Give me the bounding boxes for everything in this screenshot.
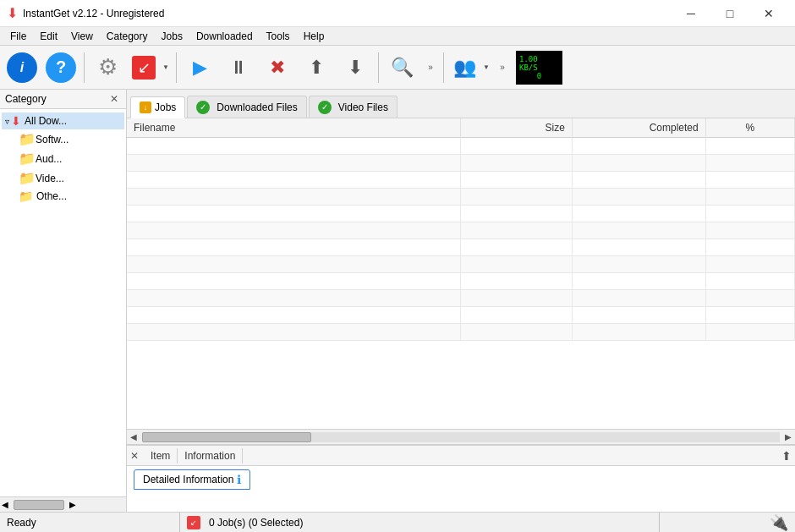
move-down-button[interactable]: ⬇	[337, 49, 374, 86]
video-label: Vide...	[36, 173, 64, 184]
sidebar-header: Category ✕	[0, 90, 126, 109]
close-button[interactable]: ✕	[749, 0, 788, 27]
detail-close-button[interactable]: ✕	[130, 450, 139, 462]
tab-video-icon: ✓	[318, 101, 332, 114]
sidebar-scroll-left[interactable]: ◀	[0, 500, 10, 509]
separator-1	[84, 52, 85, 83]
tab-video-label: Video Files	[338, 101, 388, 113]
software-label: Softw...	[36, 134, 69, 145]
sidebar-scroll-right[interactable]: ▶	[68, 500, 78, 509]
col-header-size[interactable]: Size	[461, 118, 573, 138]
add-download-icon: ↙	[132, 56, 156, 80]
move-down-icon: ⬇	[348, 57, 363, 79]
table-body	[127, 138, 795, 341]
tab-downloaded-icon: ✓	[196, 101, 210, 114]
table-row	[127, 172, 795, 189]
sidebar-scroll-thumb[interactable]	[14, 500, 64, 510]
sidebar-item-all[interactable]: ▿ ⬇ All Dow...	[2, 112, 124, 129]
tab-downloaded-files[interactable]: ✓ Downloaded Files	[187, 96, 306, 118]
add-download-arrow: ↙	[138, 60, 151, 75]
menu-help[interactable]: Help	[297, 29, 332, 44]
dropdown-arrow-icon: ▼	[162, 63, 169, 71]
speed-indicator: 1.00 KB/S 0	[516, 51, 562, 85]
jobs-data-table: Filename Size Completed %	[127, 118, 795, 341]
sidebar: Category ✕ ▿ ⬇ All Dow... 📁 Softw... 📁 A…	[0, 90, 127, 512]
tab-downloaded-label: Downloaded Files	[217, 101, 297, 113]
menu-edit[interactable]: Edit	[33, 29, 64, 44]
detail-info-tab[interactable]: Detailed Information ℹ	[134, 469, 250, 490]
sidebar-close-button[interactable]: ✕	[107, 92, 121, 106]
col-header-filename[interactable]: Filename	[127, 118, 461, 138]
detail-columns: Item Information	[144, 448, 781, 463]
other-label: Othe...	[36, 190, 67, 202]
start-button[interactable]: ▶	[181, 49, 218, 86]
h-scroll-thumb[interactable]	[142, 432, 311, 442]
app-icon: ⬇	[7, 5, 18, 21]
speed-secondary: 0	[537, 72, 541, 80]
table-row	[127, 206, 795, 222]
h-scroll-track[interactable]	[142, 432, 780, 442]
maximize-button[interactable]: □	[710, 0, 749, 27]
more-button-1[interactable]: »	[422, 49, 439, 86]
menu-jobs[interactable]: Jobs	[155, 29, 189, 44]
speed-value: 1.00 KB/S	[519, 55, 559, 72]
table-row	[127, 324, 795, 341]
settings-button[interactable]: ⚙	[89, 49, 126, 86]
table-row	[127, 222, 795, 239]
delete-button[interactable]: ✖	[259, 49, 296, 86]
sidebar-item-video[interactable]: 📁 Vide...	[15, 168, 124, 188]
menu-category[interactable]: Category	[100, 29, 155, 44]
title-controls: ─ □ ✕	[672, 0, 788, 27]
detail-expand-button[interactable]: ⬆	[781, 449, 792, 463]
title-bar-left: ⬇ InstantGet v2.12 - Unregistered	[7, 5, 164, 21]
software-folder-icon: 📁	[19, 131, 36, 147]
horizontal-scrollbar[interactable]: ◀ ▶	[127, 429, 795, 444]
info-button[interactable]: i	[3, 49, 41, 86]
tab-video-files[interactable]: ✓ Video Files	[309, 96, 398, 118]
sidebar-tree: ▿ ⬇ All Dow... 📁 Softw... 📁 Aud... 📁 Vid…	[0, 109, 126, 496]
video-folder-icon: 📁	[19, 170, 36, 186]
table-row	[127, 256, 795, 273]
more-1-icon: »	[428, 63, 433, 72]
menu-view[interactable]: View	[64, 29, 100, 44]
sidebar-item-other[interactable]: 📁 Othe...	[15, 188, 124, 205]
settings-icon: ⚙	[98, 54, 118, 80]
detail-col-item: Item	[144, 448, 178, 463]
sidebar-scrollbar[interactable]: ◀ ▶	[0, 496, 126, 512]
h-scroll-left-button[interactable]: ◀	[127, 432, 140, 442]
search-button[interactable]: 🔍	[383, 49, 420, 86]
table-row	[127, 239, 795, 256]
sidebar-item-software[interactable]: 📁 Softw...	[15, 129, 124, 149]
tab-jobs-label: Jobs	[155, 101, 176, 113]
menu-file[interactable]: File	[3, 29, 33, 44]
menu-tools[interactable]: Tools	[260, 29, 297, 44]
status-right-section: 🔌	[660, 513, 795, 532]
tab-jobs[interactable]: ↓ Jobs	[130, 96, 185, 118]
col-header-completed[interactable]: Completed	[572, 118, 705, 138]
tree-expand-icon[interactable]: ▿	[5, 117, 9, 126]
add-download-group: ↙ ▼	[128, 49, 172, 86]
status-jobs-text: 0 Job(s) (0 Selected)	[209, 517, 303, 529]
scheduler-dropdown[interactable]: ▼	[480, 49, 492, 86]
title-bar: ⬇ InstantGet v2.12 - Unregistered ─ □ ✕	[0, 0, 795, 27]
minimize-button[interactable]: ─	[672, 0, 710, 27]
col-header-percent[interactable]: %	[705, 118, 794, 138]
sidebar-item-audio[interactable]: 📁 Aud...	[15, 149, 124, 168]
separator-3	[378, 52, 379, 83]
pause-button[interactable]: ⏸	[220, 49, 257, 86]
all-downloads-icon: ⬇	[11, 114, 21, 128]
help-button[interactable]: ?	[42, 49, 80, 86]
menu-downloaded[interactable]: Downloaded	[189, 29, 260, 44]
detail-tab-bar: Detailed Information ℹ	[127, 466, 795, 493]
scheduler-button[interactable]: 👥	[448, 49, 480, 86]
separator-2	[176, 52, 177, 83]
h-scroll-right-button[interactable]: ▶	[781, 432, 795, 442]
tabs-bar: ↓ Jobs ✓ Downloaded Files ✓ Video Files	[127, 90, 795, 118]
more-button-2[interactable]: »	[494, 49, 511, 86]
table-row	[127, 290, 795, 307]
search-icon: 🔍	[391, 57, 414, 79]
add-download-button[interactable]: ↙	[128, 49, 160, 86]
move-up-button[interactable]: ⬆	[298, 49, 335, 86]
jobs-table: Filename Size Completed %	[127, 118, 795, 429]
add-download-dropdown[interactable]: ▼	[160, 49, 172, 86]
